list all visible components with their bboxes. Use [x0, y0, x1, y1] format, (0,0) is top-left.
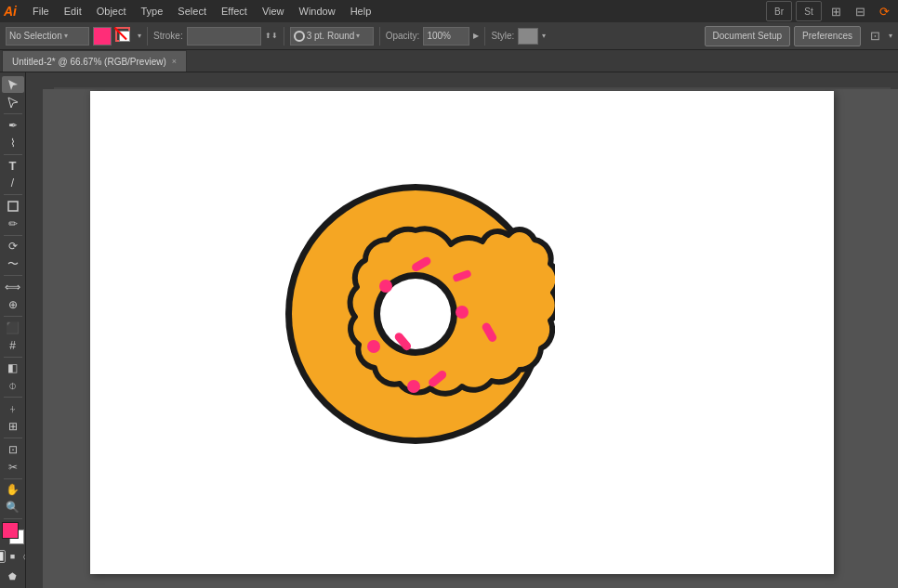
sep3	[379, 27, 380, 46]
tool-sep-2	[4, 154, 22, 155]
tool-sep-11	[4, 518, 22, 519]
tool-blend[interactable]: ⍭	[2, 400, 24, 417]
tool-rotate[interactable]: ⟳	[2, 239, 24, 255]
svg-point-7	[379, 280, 392, 293]
preferences-button[interactable]: Preferences	[794, 26, 861, 46]
tool-sep-7	[4, 357, 22, 358]
selection-dropdown[interactable]: No Selection ▾	[6, 27, 89, 46]
sync-icon[interactable]: ⟳	[874, 1, 894, 21]
selection-label: No Selection	[9, 31, 62, 41]
fill-swatch[interactable]	[2, 522, 19, 539]
ruler-left	[26, 89, 43, 588]
tool-gradient[interactable]: ◧	[2, 359, 24, 376]
ruler-top	[26, 72, 898, 89]
tool-type[interactable]: T	[2, 157, 24, 174]
style-label: Style:	[491, 31, 514, 41]
bridge-icon[interactable]: Br	[766, 1, 792, 21]
menu-view[interactable]: View	[256, 4, 291, 19]
tool-pen[interactable]: ✒	[2, 117, 24, 134]
tool-rect[interactable]	[2, 198, 24, 215]
document-setup-button[interactable]: Document Setup	[705, 26, 791, 46]
document-tab[interactable]: Untitled-2* @ 66.67% (RGB/Preview) ×	[2, 50, 187, 72]
svg-point-9	[456, 306, 469, 319]
menu-help[interactable]: Help	[344, 4, 378, 19]
tool-pencil[interactable]: ✏	[2, 216, 24, 232]
color-mode-color[interactable]: ■	[7, 550, 20, 563]
color-mode-row: ⬜ ■ ◑	[0, 550, 26, 563]
tool-warp[interactable]: 〜	[2, 255, 24, 272]
tool-perspective[interactable]: ⬛	[2, 320, 24, 336]
tool-sep-1	[4, 113, 22, 114]
opacity-arrow: ▶	[473, 32, 479, 40]
menu-object[interactable]: Object	[90, 4, 133, 19]
sep2	[284, 27, 284, 46]
menu-select[interactable]: Select	[171, 4, 213, 19]
sep1	[147, 27, 148, 46]
opacity-input[interactable]	[423, 27, 469, 46]
tool-artboards-panel[interactable]: ⬟	[2, 568, 24, 584]
tab-title: Untitled-2* @ 66.67% (RGB/Preview)	[12, 57, 166, 67]
grid-icon[interactable]: ⊟	[850, 1, 870, 21]
tool-scissors[interactable]: ✂	[2, 459, 24, 476]
tool-direct-select[interactable]	[2, 94, 24, 111]
tool-width[interactable]: ⟺	[2, 279, 24, 295]
tool-artboard[interactable]: ⊡	[2, 441, 24, 458]
svg-point-13	[367, 340, 380, 353]
menu-type[interactable]: Type	[135, 4, 170, 19]
menu-window[interactable]: Window	[293, 4, 342, 19]
tool-zoom[interactable]: 🔍	[2, 499, 24, 516]
tb-end-arrow: ▾	[889, 32, 892, 40]
options-bar: No Selection ▾ ▾ Stroke: ⬆⬇ 3 pt. Round …	[0, 22, 898, 50]
style-arrow: ▾	[542, 32, 546, 40]
tool-shapebuilder[interactable]: ⊕	[2, 296, 24, 313]
menu-file[interactable]: File	[26, 4, 56, 19]
tool-sep-6	[4, 316, 22, 317]
brush-dropdown[interactable]: 3 pt. Round ▾	[290, 27, 374, 46]
main-area: ✒ ⌇ T / ✏ ⟳ 〜 ⟺ ⊕ ⬛ # ◧ ⌽ ⍭ ⊞ ⊡ ✂	[0, 72, 898, 588]
tool-select[interactable]	[2, 76, 24, 93]
menu-right-icons: Br St ⊞ ⊟ ⟳	[766, 1, 894, 21]
tab-bar: Untitled-2* @ 66.67% (RGB/Preview) ×	[0, 50, 898, 72]
stroke-indicator[interactable]	[115, 27, 134, 46]
donut-illustration	[276, 175, 555, 453]
workspace-icon[interactable]: ⊞	[825, 1, 846, 21]
stroke-arrow: ⬆⬇	[265, 32, 278, 40]
dropdown-arrow: ▾	[64, 32, 68, 40]
arrange-icon[interactable]: ⊡	[865, 26, 885, 46]
tool-curvature[interactable]: ⌇	[2, 135, 24, 151]
left-toolbar: ✒ ⌇ T / ✏ ⟳ 〜 ⟺ ⊕ ⬛ # ◧ ⌽ ⍭ ⊞ ⊡ ✂	[0, 72, 26, 588]
canvas-area	[26, 72, 898, 588]
tool-sep-4	[4, 235, 22, 236]
svg-rect-0	[8, 202, 18, 211]
color-mode-none[interactable]: ⬜	[0, 550, 6, 563]
tool-sep-9	[4, 438, 22, 438]
tool-chart[interactable]: ⊞	[2, 418, 24, 435]
opacity-label: Opacity:	[386, 31, 420, 41]
sep4	[484, 27, 485, 46]
tool-mesh[interactable]: #	[2, 337, 24, 354]
style-preview[interactable]	[518, 28, 538, 45]
stroke-label: Stroke:	[153, 31, 183, 41]
tool-sep-5	[4, 275, 22, 276]
tab-close-button[interactable]: ×	[172, 57, 177, 66]
tool-sep-10	[4, 478, 22, 479]
stock-icon[interactable]: St	[796, 1, 822, 21]
color-swatches[interactable]	[0, 522, 26, 542]
tool-sep-8	[4, 397, 22, 398]
svg-point-11	[407, 380, 420, 393]
app-logo: Ai	[4, 4, 17, 19]
tool-eyedropper[interactable]: ⌽	[2, 377, 24, 394]
tool-line[interactable]: /	[2, 175, 24, 191]
stroke-input[interactable]	[187, 27, 261, 46]
brush-arrow: ▾	[356, 32, 360, 40]
brush-preview-icon	[294, 31, 305, 42]
menu-edit[interactable]: Edit	[58, 4, 88, 19]
menu-effect[interactable]: Effect	[215, 4, 254, 19]
ruler-top-svg	[54, 72, 891, 89]
menu-bar: Ai File Edit Object Type Select Effect V…	[0, 0, 898, 22]
tool-sep-3	[4, 194, 22, 195]
brush-label: 3 pt. Round	[307, 31, 355, 41]
tool-hand[interactable]: ✋	[2, 481, 24, 498]
fill-color-box[interactable]	[93, 27, 112, 46]
artboard	[90, 91, 834, 574]
